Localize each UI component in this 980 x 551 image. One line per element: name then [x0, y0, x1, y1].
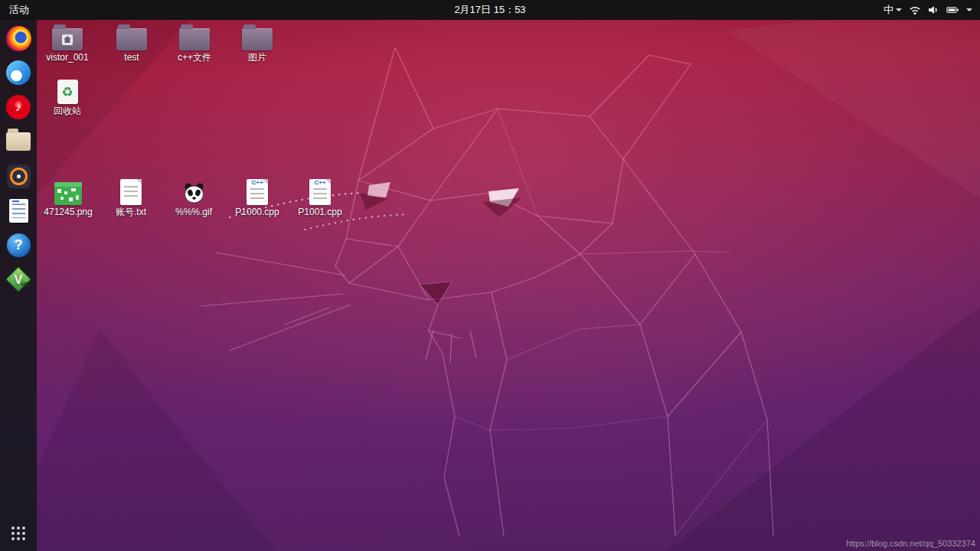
system-status-area[interactable]: 中	[876, 0, 980, 20]
dock-item-netease-music[interactable]: ♪	[2, 91, 34, 123]
gif-thumbnail-icon	[181, 181, 207, 205]
desktop-icon-gif[interactable]: %%%.gif	[163, 174, 224, 219]
dock-item-chat-app[interactable]	[2, 57, 34, 89]
chat-app-icon	[6, 60, 31, 85]
cpp-file-icon: C++	[309, 179, 331, 205]
watermark-url: https://blog.csdn.net/qq_50332374	[846, 539, 975, 548]
icon-label: c++文件	[164, 53, 225, 63]
desktop-icon-account-txt[interactable]: 账号.txt	[100, 174, 162, 219]
folder-icon	[179, 28, 210, 51]
chevron-down-icon	[896, 8, 902, 11]
dock: ♪ ? V im	[0, 20, 37, 551]
text-editor-icon	[9, 199, 28, 223]
cpp-file-icon: C++	[247, 179, 268, 205]
files-icon	[6, 132, 31, 151]
icon-label: %%%.gif	[163, 207, 224, 217]
grid-icon	[11, 527, 25, 540]
music-player-icon	[7, 165, 31, 188]
dock-item-vim[interactable]: V im	[2, 263, 34, 295]
home-folder-icon	[52, 28, 83, 51]
folder-icon	[242, 28, 273, 51]
dock-item-firefox[interactable]	[2, 22, 34, 54]
desktop-icon-p1000-cpp[interactable]: C++ P1000.cpp	[227, 174, 288, 219]
icon-label: P1000.cpp	[227, 207, 288, 217]
firefox-icon	[6, 26, 31, 51]
top-bar: 活动 2月17日 15：53 中	[0, 0, 980, 20]
desktop-icon-trash[interactable]: ♻ 回收站	[37, 73, 98, 118]
battery-icon	[946, 5, 959, 15]
volume-icon	[928, 5, 939, 15]
dock-item-music-player[interactable]	[2, 160, 34, 192]
vim-icon: V im	[5, 266, 31, 292]
desktop-icon-p1001-cpp[interactable]: C++ P1001.cpp	[289, 174, 351, 219]
icon-label: vistor_001	[37, 53, 98, 63]
icon-label: 图片	[227, 53, 288, 63]
folder-icon	[116, 28, 147, 51]
desktop-icon-area: vistor_001 test c++文件 图片 ♻ 回收站	[37, 20, 980, 551]
show-applications-button[interactable]	[2, 520, 34, 546]
ubuntu-desktop: 活动 2月17日 15：53 中	[0, 0, 980, 551]
recycle-bin-icon: ♻	[57, 80, 78, 104]
input-method-label: 中	[884, 3, 893, 17]
cpp-badge: C++	[309, 180, 331, 186]
icon-label: 回收站	[37, 106, 98, 116]
desktop-icon-pictures-folder[interactable]: 图片	[227, 20, 288, 64]
help-icon: ?	[7, 233, 31, 257]
desktop-icon-test[interactable]: test	[101, 20, 162, 64]
activities-button[interactable]: 活动	[0, 0, 38, 20]
text-file-icon	[120, 179, 142, 205]
chevron-down-icon	[966, 8, 972, 11]
home-icon	[62, 34, 73, 45]
icon-label: 471245.png	[38, 207, 99, 217]
netease-music-icon: ♪	[6, 95, 31, 119]
dock-item-help[interactable]: ?	[2, 229, 34, 261]
input-method-indicator[interactable]: 中	[884, 3, 902, 17]
icon-label: test	[101, 53, 162, 63]
dock-item-files[interactable]	[2, 126, 34, 158]
icon-label: 账号.txt	[100, 207, 162, 217]
png-thumbnail-icon	[54, 182, 82, 205]
desktop-icon-cpp-folder[interactable]: c++文件	[164, 20, 225, 64]
network-icon	[909, 5, 921, 15]
cpp-badge: C++	[247, 180, 268, 186]
desktop-icon-471245-png[interactable]: 471245.png	[38, 174, 99, 219]
icon-label: P1001.cpp	[289, 207, 351, 217]
clock[interactable]: 2月17日 15：53	[446, 0, 533, 20]
desktop-icon-vistor_001[interactable]: vistor_001	[37, 20, 98, 64]
dock-item-text-editor[interactable]	[2, 194, 34, 227]
